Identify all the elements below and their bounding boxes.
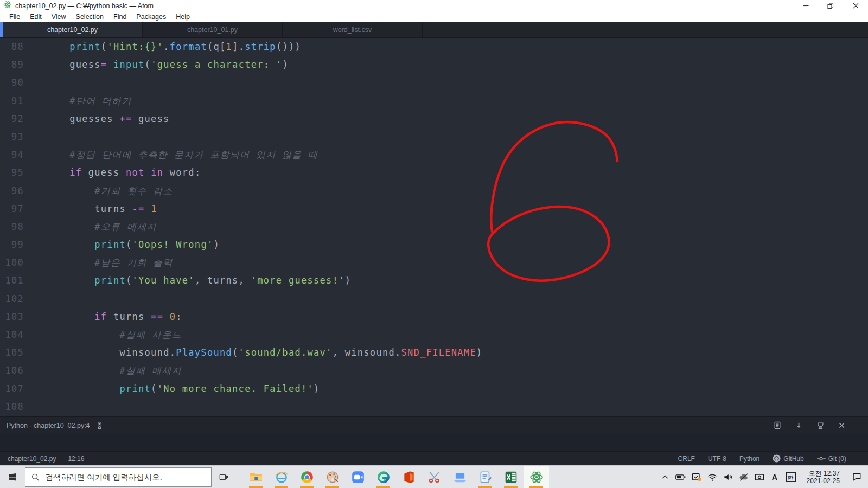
menu-selection[interactable]: Selection — [71, 13, 108, 21]
onedrive-offline-icon[interactable] — [736, 466, 752, 488]
line-number: 91 — [0, 92, 24, 110]
status-grammar[interactable]: Python — [739, 455, 760, 463]
status-git[interactable]: Git (0) — [817, 455, 846, 463]
line-number: 90 — [0, 74, 24, 92]
line-number: 92 — [0, 110, 24, 128]
code-line-93: 93 — [0, 128, 868, 146]
status-cursor-position[interactable]: 12:16 — [68, 455, 84, 463]
file-explorer-icon — [249, 470, 263, 484]
excel-icon — [504, 470, 518, 484]
taskbar-app-atom[interactable] — [524, 466, 549, 488]
line-number: 99 — [0, 236, 24, 254]
connect-display-icon[interactable] — [752, 466, 768, 488]
tab-chapter10_01-py[interactable]: chapter10_01.py — [143, 22, 283, 37]
line-number: 103 — [0, 308, 24, 326]
action-center-icon[interactable] — [845, 466, 868, 488]
code-line-89: 89 guess= input('guess a character: ') — [0, 56, 868, 74]
status-github[interactable]: GitHub — [773, 454, 803, 463]
taskbar-app-remote-pc[interactable] — [447, 466, 473, 488]
line-number: 106 — [0, 362, 24, 380]
taskbar-search[interactable] — [25, 467, 212, 487]
ime-english-icon[interactable]: A — [768, 466, 783, 488]
running-indicator — [275, 486, 288, 488]
taskbar-app-zoom-app[interactable] — [345, 466, 371, 488]
clock-time: 오전 12:37 — [807, 470, 840, 477]
line-number: 102 — [0, 290, 24, 308]
running-indicator — [529, 486, 543, 488]
tab-chapter10_02-py[interactable]: chapter10_02.py — [3, 22, 143, 37]
volume-icon[interactable] — [720, 466, 736, 488]
line-number: 108 — [0, 398, 24, 416]
menu-view[interactable]: View — [47, 13, 71, 21]
atom-icon — [529, 470, 544, 484]
code-line-100: 100 #남은 기회 출력 — [0, 254, 868, 272]
code-line-106: 106 #실패 메세지 — [0, 362, 868, 380]
code-line-91: 91 #단어 더하기 — [0, 92, 868, 110]
title-bar: chapter10_02.py — C:₩python basic — Atom — [0, 0, 868, 11]
script-panel-title: Python - chapter10_02.py:4 — [7, 422, 90, 429]
taskbar-clock[interactable]: 오전 12:37 2021-02-25 — [807, 470, 840, 485]
battery-icon[interactable] — [673, 466, 689, 488]
menu-help[interactable]: Help — [171, 13, 195, 21]
minimize-icon[interactable] — [793, 0, 818, 11]
wifi-icon[interactable] — [705, 466, 720, 488]
menu-edit[interactable]: Edit — [25, 13, 47, 21]
notepad-icon — [478, 470, 493, 484]
line-number: 89 — [0, 56, 24, 74]
line-number: 100 — [0, 254, 24, 272]
taskbar-app-chrome[interactable] — [294, 466, 320, 488]
status-encoding[interactable]: UTF-8 — [708, 455, 726, 463]
download-icon[interactable] — [795, 421, 803, 430]
atom-window: chapter10_02.py — C:₩python basic — Atom… — [0, 0, 868, 488]
atom-logo-icon — [3, 1, 11, 11]
code-line-105: 105 winsound.PlaySound('sound/bad.wav', … — [0, 344, 868, 362]
close-icon[interactable] — [838, 422, 845, 429]
taskbar-app-paint[interactable] — [320, 466, 345, 488]
code-line-92: 92 guesses += guess — [0, 110, 868, 128]
file-icon[interactable] — [773, 421, 782, 430]
internet-explorer-icon — [275, 470, 289, 484]
code-line-95: 95 if guess not in word: — [0, 164, 868, 182]
window-title: chapter10_02.py — C:₩python basic — Atom — [15, 2, 154, 10]
task-view-icon[interactable] — [212, 466, 235, 488]
code-line-102: 102 — [0, 290, 868, 308]
tab-word_list-csv[interactable]: word_list.csv — [283, 22, 423, 37]
line-number: 93 — [0, 128, 24, 146]
status-bar: chapter10_02.py 12:16 CRLF UTF-8 Python … — [0, 451, 868, 465]
code-editor[interactable]: 88 print('Hint:{}'.format(q[1].strip()))… — [0, 38, 868, 416]
zoom-app-icon — [351, 470, 365, 484]
code-line-107: 107 print('No more chance. Failed!') — [0, 380, 868, 398]
menu-bar: FileEditViewSelectionFindPackagesHelp — [0, 11, 868, 22]
status-line-ending[interactable]: CRLF — [678, 455, 695, 463]
chevron-up-icon[interactable] — [658, 466, 673, 488]
code-line-99: 99 print('Oops! Wrong') — [0, 236, 868, 254]
wrap-guide — [569, 38, 569, 416]
search-input[interactable] — [44, 472, 206, 482]
menu-packages[interactable]: Packages — [131, 13, 171, 21]
ime-korean-icon[interactable]: 한 — [783, 466, 799, 488]
taskbar-app-edge[interactable] — [371, 466, 396, 488]
code-line-94: 94 #정답 단어에 추측한 문자가 포함되어 있지 않을 때 — [0, 146, 868, 164]
code-line-90: 90 — [0, 74, 868, 92]
script-panel-header: Python - chapter10_02.py:4 — [0, 416, 868, 434]
start-button[interactable] — [0, 466, 25, 488]
line-number: 88 — [0, 38, 24, 56]
status-filename[interactable]: chapter10_02.py — [8, 455, 56, 463]
running-indicator — [300, 486, 314, 488]
taskbar-app-excel[interactable] — [498, 466, 524, 488]
taskbar-app-notepad[interactable] — [473, 466, 498, 488]
restore-icon[interactable] — [818, 0, 843, 11]
taskbar-app-internet-explorer[interactable] — [269, 466, 294, 488]
close-icon[interactable] — [843, 0, 868, 11]
taskbar-app-snipping-tool[interactable] — [422, 466, 447, 488]
taskbar-app-file-explorer[interactable] — [243, 466, 269, 488]
tab-bar: chapter10_02.pychapter10_01.pyword_list.… — [0, 22, 868, 38]
remote-pc-icon — [453, 470, 467, 484]
running-indicator — [376, 486, 390, 488]
dock-icon[interactable] — [816, 421, 825, 430]
taskbar-app-office[interactable] — [396, 466, 422, 488]
menu-find[interactable]: Find — [108, 13, 131, 21]
windows-logo-icon — [8, 472, 17, 482]
menu-file[interactable]: File — [4, 13, 25, 21]
tablet-sync-icon[interactable] — [689, 466, 705, 488]
